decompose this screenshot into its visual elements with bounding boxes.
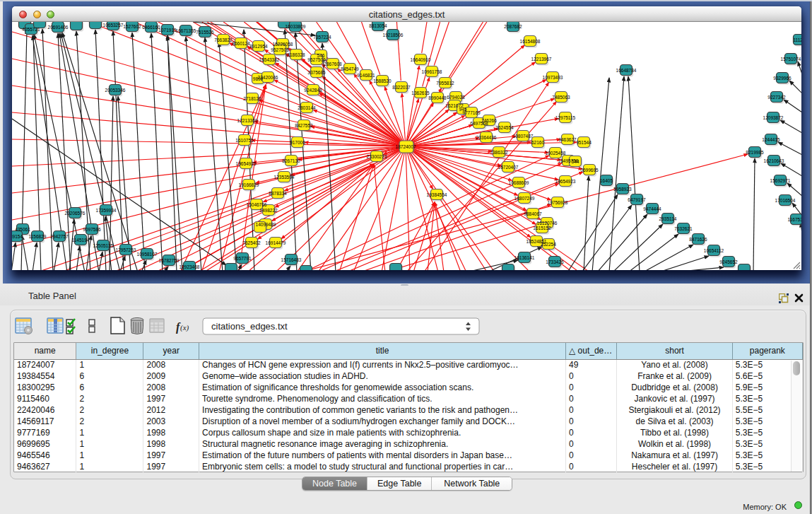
svg-text:62160: 62160 <box>531 140 544 145</box>
svg-text:17016504: 17016504 <box>775 198 796 203</box>
svg-text:15716483: 15716483 <box>281 257 302 262</box>
svg-text:1071915: 1071915 <box>158 28 177 33</box>
svg-text:12975115: 12975115 <box>555 115 576 120</box>
svg-text:18724007: 18724007 <box>396 144 416 149</box>
svg-text:8990448: 8990448 <box>428 95 447 100</box>
svg-text:14099489: 14099489 <box>256 222 276 227</box>
svg-text:6794028: 6794028 <box>447 95 465 100</box>
svg-text:1527602: 1527602 <box>123 24 141 29</box>
svg-text:10961758: 10961758 <box>422 69 442 74</box>
svg-text:1610755: 1610755 <box>235 138 254 143</box>
svg-text:39154: 39154 <box>12 234 23 239</box>
svg-text:4055721: 4055721 <box>22 27 40 32</box>
svg-text:16046766: 16046766 <box>247 202 267 207</box>
svg-text:16154808: 16154808 <box>520 39 541 44</box>
svg-text:17359934: 17359934 <box>96 208 117 213</box>
svg-text:16210643: 16210643 <box>764 158 784 163</box>
svg-text:9884067: 9884067 <box>524 211 542 216</box>
svg-text:20206576: 20206576 <box>65 211 86 216</box>
svg-text:7515526: 7515526 <box>196 30 214 35</box>
svg-text:9227342: 9227342 <box>767 95 786 100</box>
svg-text:2803144: 2803144 <box>298 105 316 110</box>
svg-text:15720407: 15720407 <box>498 165 519 170</box>
svg-text:1588520: 1588520 <box>373 78 392 83</box>
svg-text:9657791: 9657791 <box>233 256 252 261</box>
svg-text:10653257: 10653257 <box>103 23 124 28</box>
svg-text:6479197: 6479197 <box>628 197 646 202</box>
svg-text:9329966: 9329966 <box>773 76 792 81</box>
svg-text:7485063: 7485063 <box>552 95 570 100</box>
svg-text:16671355: 16671355 <box>176 28 196 33</box>
svg-text:12093872: 12093872 <box>763 115 784 120</box>
svg-text:746266: 746266 <box>481 118 497 123</box>
svg-text:9474444: 9474444 <box>643 206 661 211</box>
svg-text:5958923: 5958923 <box>613 187 632 192</box>
svg-text:16782759: 16782759 <box>159 258 180 263</box>
svg-text:9527503: 9527503 <box>271 47 289 52</box>
svg-text:7625402: 7625402 <box>242 240 261 245</box>
svg-text:10958107: 10958107 <box>137 252 158 257</box>
svg-text:9242848: 9242848 <box>304 88 322 93</box>
svg-text:9146821: 9146821 <box>357 73 375 78</box>
svg-text:10807487: 10807487 <box>513 134 534 139</box>
svg-text:8219985: 8219985 <box>746 150 764 155</box>
svg-text:(x): (x) <box>180 323 189 332</box>
svg-text:1167533: 1167533 <box>788 217 801 222</box>
svg-text:3375685: 3375685 <box>307 70 326 75</box>
svg-text:19654923: 19654923 <box>555 179 576 184</box>
svg-text:10973493: 10973493 <box>543 75 563 80</box>
svg-text:7386322: 7386322 <box>490 150 508 155</box>
svg-text:8186328: 8186328 <box>287 52 305 57</box>
svg-text:8267130: 8267130 <box>282 158 300 163</box>
svg-text:7955812: 7955812 <box>436 81 454 86</box>
svg-text:8912954: 8912954 <box>249 44 268 49</box>
svg-text:2087682: 2087682 <box>504 24 522 29</box>
svg-text:16405: 16405 <box>600 178 613 183</box>
svg-text:12213369: 12213369 <box>237 118 258 123</box>
svg-text:9777169: 9777169 <box>462 110 481 115</box>
svg-text:7357224: 7357224 <box>313 35 331 40</box>
svg-text:17957253: 17957253 <box>116 247 136 252</box>
svg-text:16640910: 16640910 <box>411 57 431 62</box>
svg-text:8322037: 8322037 <box>392 85 411 90</box>
svg-text:19384554: 19384554 <box>427 192 447 197</box>
svg-text:16543382: 16543382 <box>259 57 280 62</box>
svg-text:15692971: 15692971 <box>770 178 791 183</box>
svg-text:7663822: 7663822 <box>214 37 233 42</box>
svg-text:18807249: 18807249 <box>514 196 535 201</box>
svg-text:16136141: 16136141 <box>514 255 535 260</box>
svg-text:19654925: 19654925 <box>236 161 257 166</box>
svg-text:1145194: 1145194 <box>72 238 90 243</box>
svg-text:8813054: 8813054 <box>369 23 387 28</box>
svg-text:citations_edges.txt: citations_edges.txt <box>211 321 288 332</box>
svg-text:20364436: 20364436 <box>476 135 497 140</box>
svg-text:8878334: 8878334 <box>269 191 287 196</box>
svg-text:12213967: 12213967 <box>531 57 552 62</box>
svg-text:2867608: 2867608 <box>324 62 342 66</box>
svg-text:19166829: 19166829 <box>239 182 259 187</box>
svg-text:435061: 435061 <box>15 227 30 232</box>
svg-text:12353594: 12353594 <box>274 175 295 180</box>
svg-text:1244415: 1244415 <box>762 137 780 142</box>
svg-text:9527506: 9527506 <box>307 57 326 62</box>
svg-text:23420046: 23420046 <box>258 75 278 80</box>
svg-text:16914479: 16914479 <box>266 240 286 245</box>
svg-text:16033809: 16033809 <box>286 24 306 29</box>
svg-text:1362615: 1362615 <box>411 90 430 95</box>
svg-text:19218506: 19218506 <box>383 33 404 37</box>
svg-text:12505135: 12505135 <box>93 243 114 248</box>
svg-text:19756928: 19756928 <box>548 200 568 205</box>
svg-text:10025458: 10025458 <box>546 151 566 156</box>
svg-text:20691406: 20691406 <box>48 25 69 30</box>
svg-text:2942757: 2942757 <box>50 234 69 239</box>
svg-text:917006: 917006 <box>290 140 305 145</box>
svg-text:16120746: 16120746 <box>537 221 558 226</box>
svg-text:8471626: 8471626 <box>689 237 707 242</box>
svg-text:23300273: 23300273 <box>367 154 387 159</box>
svg-text:951544: 951544 <box>576 140 592 145</box>
svg-text:10688609: 10688609 <box>509 180 529 185</box>
svg-text:252254: 252254 <box>541 242 556 247</box>
svg-text:1156829: 1156829 <box>29 234 47 239</box>
svg-text:544: 544 <box>572 159 579 164</box>
svg-text:0699695: 0699695 <box>580 168 599 173</box>
